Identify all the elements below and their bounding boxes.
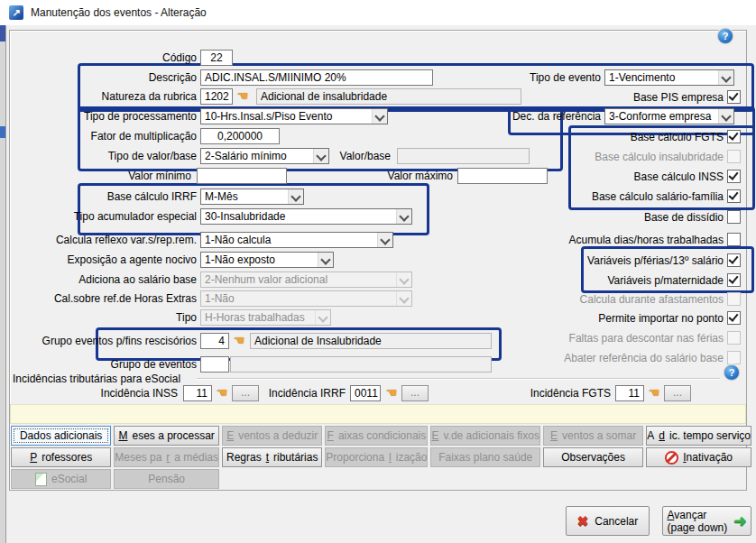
cancel-button[interactable]: ✖ Cancelar <box>566 506 650 536</box>
lookup-hand-icon-fgts[interactable]: ☚ <box>646 386 662 400</box>
chevron-down-icon <box>288 189 303 204</box>
tab-meses-a-processar[interactable]: Meses a processar <box>114 426 219 446</box>
tab-eventos-a-deduzir: Eventos a deduzir <box>222 426 322 446</box>
incidencia-irrf-input[interactable]: 0011 <box>350 385 381 401</box>
fator-multiplicacao-input[interactable]: 0,200000 <box>200 128 280 144</box>
cal-horas-extras-combo: 1-Não <box>200 290 412 307</box>
base-fgts-label: Base cálculo FGTS <box>451 129 724 145</box>
background-window-edge-blue2 <box>0 126 5 138</box>
tipo-evento-label: Tipo de evento <box>379 69 601 86</box>
advance-arrow-icon: ➜ <box>733 511 746 530</box>
chevron-down-icon <box>718 109 733 124</box>
tab-inativacao-label: Inativação <box>683 451 733 464</box>
tab-observacoes[interactable]: Observações <box>543 447 643 467</box>
base-irrf-combo[interactable]: M-Mês <box>200 189 304 205</box>
calcula-reflexo-combo[interactable]: 1-Não calcula <box>200 232 393 248</box>
calcula-afastamentos-label: Calcula durante afastamentos <box>451 291 724 308</box>
importar-ponto-checkbox[interactable] <box>727 311 741 325</box>
natureza-code-input[interactable]: 1202 <box>200 88 233 105</box>
tab-button-grid: Dados adicionais Meses a processar Event… <box>11 426 751 489</box>
base-inss-label: Base cálculo INSS <box>451 169 724 185</box>
base-dissidio-checkbox[interactable] <box>727 210 741 224</box>
acumula-dias-label: Acumula dias/horas trabalhadas <box>451 232 724 248</box>
dec-referencia-combo[interactable]: 3-Conforme empresa <box>604 108 734 124</box>
tab-inativacao[interactable]: Inativação <box>646 447 751 467</box>
tab-esocial: eSocial <box>11 469 111 489</box>
calcula-reflexo-value: 1-Não calcula <box>205 234 271 246</box>
cancel-x-icon: ✖ <box>577 513 589 529</box>
natureza-label: Natureza da rubrica <box>9 88 197 105</box>
cancel-button-label: Cancelar <box>595 515 638 528</box>
advance-line2: (page down) <box>668 521 728 534</box>
tipo-processamento-label: Tipo de processamento <box>9 108 197 124</box>
variaveis-maternidade-checkbox[interactable] <box>727 273 741 287</box>
incidencia-fgts-more-button[interactable]: ... <box>664 385 691 401</box>
tipo-evento-combo[interactable]: 1-Vencimento <box>604 69 734 86</box>
base-pis-label: Base PIS empresa <box>451 89 724 106</box>
adiciona-salario-value: 2-Nenhum valor adicional <box>205 273 327 286</box>
base-irrf-value: M-Mês <box>205 190 238 203</box>
incidencia-inss-input[interactable]: 11 <box>183 385 212 401</box>
tab-faixas-plano-saude: Faixas plano saúde <box>430 447 540 467</box>
incidencia-irrf-more-button[interactable]: ... <box>401 385 429 401</box>
tipo-acumulador-combo[interactable]: 30-Insalubridade <box>200 208 412 225</box>
tipo-processamento-combo[interactable]: 10-Hrs.Insal.s/Piso Evento <box>200 108 388 124</box>
app-icon: ↗ <box>9 5 23 20</box>
tab-ev-adicionais-fixos: Ev.de adicionais fixos <box>430 426 540 446</box>
tab-regras-tributarias[interactable]: Regras tributárias <box>222 447 322 467</box>
chevron-down-icon <box>315 310 330 325</box>
variaveis-ferias-label: Variáveis p/férias/13º salário <box>451 253 724 269</box>
tab-adic-tempo-servico[interactable]: Adic. tempo serviço <box>646 426 751 446</box>
valor-minimo-label: Valor mínimo <box>9 168 191 184</box>
tab-proporcionalizacao: Proporcionalização <box>325 447 428 467</box>
chevron-down-icon <box>396 209 411 224</box>
incidencia-fgts-input[interactable]: 11 <box>615 385 644 401</box>
calcula-reflexo-label: Calcula reflexo var.s/rep.rem. <box>9 232 197 248</box>
background-window-edge-blue <box>0 25 5 41</box>
incidencia-irrf-label: Incidência IRRF <box>226 385 346 401</box>
exposicao-agente-combo[interactable]: 1-Não exposto <box>200 252 334 268</box>
help-icon-top[interactable]: ? <box>717 28 733 44</box>
dialog-window: ↗ Manutenção dos eventos - Alteração ? C… <box>0 0 756 543</box>
fator-multiplicacao-label: Fator de multiplicação <box>9 128 197 144</box>
base-fgts-checkbox[interactable] <box>727 130 741 143</box>
base-inss-checkbox[interactable] <box>727 170 741 183</box>
calcula-afastamentos-checkbox <box>727 292 741 306</box>
base-salario-familia-checkbox[interactable] <box>727 189 741 203</box>
advance-button[interactable]: Avançar (page down) ➜ <box>662 506 751 536</box>
tab-eventos-a-somar: Eventos a somar <box>543 426 643 446</box>
faltas-ferias-label: Faltas para descontar nas férias <box>451 330 724 346</box>
tab-esocial-label: eSocial <box>51 473 87 485</box>
acumula-dias-checkbox[interactable] <box>727 233 741 246</box>
inactivation-prohibited-icon <box>665 451 678 465</box>
tab-dados-adicionais[interactable]: Dados adicionais <box>11 426 111 446</box>
lookup-hand-icon-irrf[interactable]: ☚ <box>383 386 400 400</box>
lookup-hand-icon-natureza[interactable]: ☚ <box>235 89 251 104</box>
grupo-rescisorios-code-input[interactable]: 4 <box>200 333 229 349</box>
advance-button-label: Avançar (page down) <box>668 509 728 534</box>
base-irrf-label: Base cálculo IRRF <box>9 189 197 205</box>
variaveis-maternidade-label: Variáveis p/maternidade <box>451 272 724 289</box>
incidencia-inss-label: Incidência INSS <box>54 385 178 401</box>
esocial-fieldset-line <box>197 378 720 380</box>
tipo-value: H-Horas trabalhadas <box>205 311 305 324</box>
tab-professores[interactable]: Professores <box>11 447 111 467</box>
title-bar: ↗ Manutenção dos eventos - Alteração <box>0 0 756 25</box>
abater-referencia-checkbox <box>727 351 741 364</box>
dec-referencia-value: 3-Conforme empresa <box>609 110 711 123</box>
lookup-hand-icon-grupo[interactable]: ☚ <box>231 334 247 348</box>
codigo-label: Código <box>9 50 197 66</box>
window-title: Manutenção dos eventos - Alteração <box>31 6 207 19</box>
tipo-combo: H-Horas trabalhadas <box>200 309 331 326</box>
grupo-rescisorios-label: Grupo eventos p/fins rescisórios <box>9 333 197 349</box>
tab-faixas-condicionais: Faixas condicionais <box>325 426 428 446</box>
base-pis-checkbox[interactable] <box>727 90 741 104</box>
codigo-field: 22 <box>200 50 233 66</box>
tipo-valor-base-label: Tipo de valor/base <box>9 148 197 164</box>
tipo-processamento-value: 10-Hrs.Insal.s/Piso Evento <box>205 110 332 123</box>
variaveis-ferias-checkbox[interactable] <box>727 253 741 267</box>
tab-pensao: Pensão <box>114 469 219 489</box>
chevron-down-icon <box>396 291 411 306</box>
help-icon-esocial[interactable]: ? <box>724 364 740 381</box>
advance-line1: Avançar <box>668 509 707 521</box>
